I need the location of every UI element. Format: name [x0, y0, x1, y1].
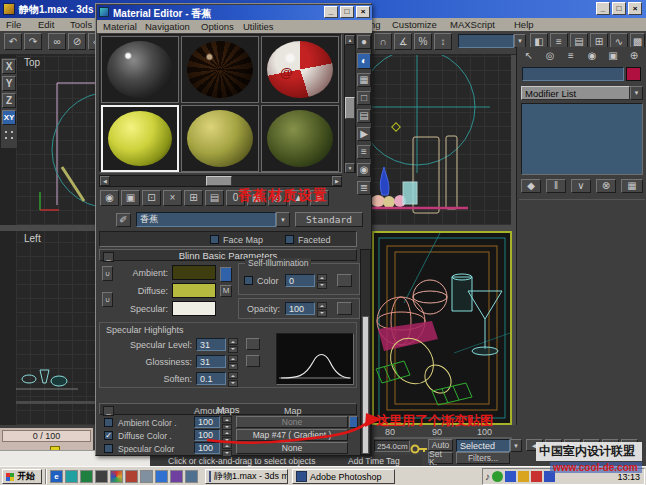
backlight-button[interactable]: ◐: [357, 53, 371, 69]
quicklaunch-icon-5[interactable]: [110, 470, 123, 483]
viewport-top-label[interactable]: Top: [24, 57, 40, 68]
opacity-spinner[interactable]: [317, 302, 327, 317]
quicklaunch-icon-10[interactable]: [185, 470, 198, 483]
make-preview-button[interactable]: ▶: [357, 127, 371, 141]
sample-scroll-right[interactable]: ▶: [332, 176, 342, 186]
filters-button[interactable]: Filters...: [456, 452, 510, 464]
axis-xy-button[interactable]: XY: [2, 110, 16, 125]
video-color-check-button[interactable]: ▤: [357, 109, 371, 123]
tray-icon-3[interactable]: [505, 471, 516, 482]
ambient-amount-field[interactable]: 100: [194, 416, 220, 428]
volume-icon[interactable]: ♪: [485, 471, 490, 482]
me-menu-utilities[interactable]: Utilities: [243, 21, 274, 32]
tab-display[interactable]: ▣: [603, 49, 623, 62]
menu-help[interactable]: Help: [514, 19, 534, 30]
sample-slot-3[interactable]: @: [261, 36, 339, 103]
diffuse-map-button[interactable]: Map #47 ( Gradient ): [236, 429, 348, 441]
task-button-photoshop[interactable]: Adobe Photoshop: [292, 469, 395, 484]
specular-color-swatch[interactable]: [172, 301, 216, 316]
diffuse-specular-lock-left[interactable]: ∪: [102, 292, 113, 307]
glossiness-spinner[interactable]: [228, 355, 238, 370]
self-illum-map-button[interactable]: [337, 274, 352, 287]
uv-tiling-button[interactable]: □: [357, 91, 371, 105]
quicklaunch-icon-7[interactable]: [140, 470, 153, 483]
viewport-top-right[interactable]: [372, 55, 512, 225]
start-button[interactable]: 开始: [2, 469, 42, 484]
me-minimize-button[interactable]: _: [324, 6, 338, 18]
material-name-field[interactable]: 香蕉: [136, 212, 276, 227]
opacity-map-button[interactable]: [337, 302, 352, 315]
specular-level-field[interactable]: 31: [196, 338, 226, 351]
viewport-camera[interactable]: [372, 231, 512, 425]
undo-button[interactable]: ↶: [4, 33, 22, 50]
reset-map-button[interactable]: ×: [163, 190, 182, 206]
diffuse-color-swatch[interactable]: [172, 283, 216, 298]
link-button[interactable]: ∞: [48, 33, 66, 50]
diffuse-map-shortcut-button[interactable]: M: [220, 285, 232, 297]
ambient-diffuse-lock-left[interactable]: ∪: [102, 266, 113, 281]
quicklaunch-icon-9[interactable]: [170, 470, 183, 483]
specular-level-spinner[interactable]: [228, 338, 238, 353]
glossiness-map-button[interactable]: [246, 355, 260, 367]
diffuse-map-checkbox[interactable]: ✓: [104, 431, 113, 440]
ambient-map-checkbox[interactable]: [104, 418, 113, 427]
pin-stack-button[interactable]: ◆: [521, 179, 541, 193]
modifier-list-arrow[interactable]: ▼: [630, 86, 643, 100]
me-menu-material[interactable]: Material: [103, 21, 137, 32]
soften-field[interactable]: 0.1: [196, 372, 226, 385]
named-selection-dropdown[interactable]: [458, 34, 514, 48]
sample-slot-2[interactable]: [181, 36, 259, 103]
material-type-button[interactable]: Standard: [295, 212, 363, 227]
menu-tools[interactable]: Tools: [70, 19, 92, 30]
select-by-material-button[interactable]: ◉: [357, 163, 371, 177]
material-name-arrow[interactable]: ▼: [276, 212, 290, 227]
remove-modifier-button[interactable]: ⊗: [596, 179, 616, 193]
blinn-rollout-header[interactable]: _ Blinn Basic Parameters: [99, 249, 357, 261]
me-maximize-button[interactable]: □: [340, 6, 354, 18]
self-illum-color-checkbox[interactable]: [244, 276, 253, 285]
configure-stack-button[interactable]: ▦: [621, 179, 643, 193]
restore-button[interactable]: □: [612, 2, 626, 15]
maps-side-button[interactable]: [349, 416, 358, 428]
close-button[interactable]: ×: [628, 2, 642, 15]
specular-level-map-button[interactable]: [246, 338, 260, 350]
named-selection-arrow[interactable]: ▼: [514, 34, 526, 48]
faceted-checkbox[interactable]: [285, 235, 294, 244]
put-to-library-button[interactable]: ▤: [205, 190, 224, 206]
get-material-button[interactable]: ◉: [100, 190, 119, 206]
quicklaunch-icon-2[interactable]: [65, 470, 78, 483]
specular-amount-spinner[interactable]: [222, 442, 232, 457]
object-name-field[interactable]: [522, 67, 624, 81]
face-map-checkbox[interactable]: [210, 235, 219, 244]
axis-z-button[interactable]: Z: [2, 93, 16, 108]
tray-icon-4[interactable]: [518, 471, 529, 482]
me-options-button[interactable]: ≡: [357, 145, 371, 159]
ambient-diffuse-lock-button[interactable]: [220, 267, 232, 282]
axis-y-button[interactable]: Y: [2, 76, 16, 91]
snap-grid-icon[interactable]: [4, 130, 14, 140]
sample-slot-5[interactable]: [181, 105, 259, 172]
sample-slot-1[interactable]: [101, 36, 179, 103]
menu-customize[interactable]: Customize: [392, 19, 437, 30]
me-menu-options[interactable]: Options: [201, 21, 234, 32]
sample-scroll-down[interactable]: ▼: [345, 163, 355, 173]
object-color-swatch[interactable]: [626, 67, 641, 81]
self-illum-spinner[interactable]: [317, 274, 327, 289]
task-button-3dsmax[interactable]: 静物1.max - 3ds m...: [205, 469, 288, 484]
sample-hscroll-thumb[interactable]: [206, 176, 232, 186]
viewport-left[interactable]: [16, 231, 95, 425]
me-close-button[interactable]: ×: [356, 6, 370, 18]
sample-hscrollbar[interactable]: ◀ ▶: [99, 175, 342, 187]
tab-create[interactable]: ↖: [519, 49, 539, 62]
sample-slot-4-selected[interactable]: [101, 105, 179, 172]
tray-network-icon[interactable]: [492, 471, 503, 482]
viewport-top-left[interactable]: [16, 55, 95, 225]
ambient-map-button[interactable]: None: [236, 416, 348, 428]
make-unique-button[interactable]: ∨: [571, 179, 591, 193]
redo-button[interactable]: ↷: [24, 33, 42, 50]
axis-x-button[interactable]: X: [2, 59, 16, 74]
quicklaunch-icon-3[interactable]: [80, 470, 93, 483]
tab-modify[interactable]: ◎: [540, 49, 560, 62]
eyedropper-button[interactable]: ✐: [116, 213, 131, 227]
snap-toggle-button[interactable]: ∩: [374, 33, 392, 50]
